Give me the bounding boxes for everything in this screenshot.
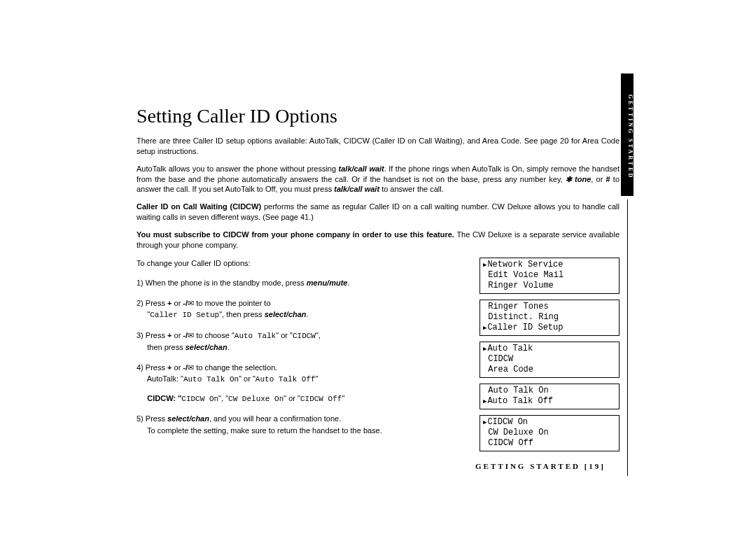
envelope-icon: ✉ [188,362,194,374]
lcd-row: Area Code [483,365,616,375]
talk-call-wait: talk/call wait [334,185,379,193]
text: " or " [239,374,255,383]
lcd-box-3: Auto Talk CIDCW Area Code [479,342,620,378]
lcd-row: CIDCW On [483,417,616,428]
lcd-box-4: Auto Talk OnAuto Talk Off [479,384,620,409]
minus-key: -/ [183,363,188,372]
step-2: 2) Press + or -/✉ to move the pointer to… [136,297,465,321]
cidcw-paragraph: Caller ID on Call Waiting (CIDCW) perfor… [136,202,620,223]
lcd-cidcw-off: CIDCW Off [300,395,342,403]
side-tab: GETTING STARTED [621,73,634,196]
text: ", then press [219,310,264,318]
lcd-row: Caller ID Setup [483,323,616,333]
lcd-stack: Network Service Edit Voice Mail Ringer V… [479,258,620,457]
select-chan-button: select/chan [265,310,307,318]
text: ", [316,331,321,339]
text: 1) When the phone is in the standby mode… [136,279,307,287]
lcd-row: Auto Talk Off [483,396,616,407]
page-title: Setting Caller ID Options [136,105,620,127]
lcd-row: CIDCW Off [483,438,616,449]
autotalk-paragraph: AutoTalk allows you to answer the phone … [136,164,620,195]
text: or [172,299,183,307]
text: 3) Press [136,331,167,339]
lcd-cwdeluxe-on: CW Deluxe On [228,395,284,403]
text: , and you will hear a confirmation tone. [209,414,341,423]
text: or [172,331,183,339]
minus-key: -/ [183,331,188,339]
text: " or " [284,394,300,402]
lcd-row: Edit Voice Mail [483,270,616,281]
lcd-box-2: Ringer Tones Distinct. RingCaller ID Set… [479,300,620,336]
menu-mute-button: menu/mute [307,279,348,287]
page-footer: GETTING STARTED [19] [475,462,606,470]
step-4: 4) Press + or -/✉ to change the selectio… [136,362,465,405]
intro-paragraph: There are three Caller ID setup options … [136,136,620,157]
lcd-row: Distinct. Ring [483,312,616,323]
text: 2) Press [136,299,167,307]
text: To complete the setting, make sure to re… [147,426,382,435]
lcd-row: Network Service [483,260,616,270]
lcd-caller-id-setup: Caller ID Setup [150,311,219,319]
minus-key: -/ [183,299,188,307]
steps-column: To change your Caller ID options: 1) Whe… [136,258,465,445]
lcd-auto-talk: Auto Talk [234,332,276,340]
lcd-row: Auto Talk On [483,386,616,396]
step-3: 3) Press + or -/✉ to choose "Auto Talk" … [136,330,465,353]
lcd-row: Ringer Tones [483,302,616,312]
subscribe-paragraph: You must subscribe to CIDCW from your ph… [136,230,620,251]
text: or [172,363,183,372]
step-1: 1) When the phone is in the standby mode… [136,277,465,289]
side-rule [627,199,628,476]
lcd-auto-talk-off: Auto Talk Off [255,375,316,384]
envelope-icon: ✉ [188,297,194,309]
talk-call-wait: talk/call wait [339,164,384,173]
step-5: 5) Press select/chan, and you will hear … [136,413,465,436]
text: " or " [276,331,293,339]
subscribe-bold: You must subscribe to CIDCW from your ph… [136,230,454,239]
text: " [342,394,344,402]
text: to change the selection. [194,363,277,372]
lcd-cidcw-on: CIDCW On [181,395,218,403]
lcd-row: CIDCW [483,354,616,365]
steps-lead: To change your Caller ID options: [136,258,465,269]
lcd-row: Auto Talk [483,344,616,354]
text: then press [147,343,185,351]
cidcw-label: Caller ID on Call Waiting (CIDCW) [136,202,261,211]
text: CIDCW: " [147,394,181,402]
page: Setting Caller ID Options There are thre… [136,105,620,457]
text: , or [591,175,606,183]
star-tone: ✱ tone [566,175,591,183]
lcd-auto-talk-on: Auto Talk On [183,375,239,384]
text: AutoTalk allows you to answer the phone … [136,164,339,173]
select-chan-button: select/chan [186,343,227,351]
text: 5) Press [136,414,167,423]
lcd-cidcw: CIDCW [293,332,316,340]
text: 4) Press [136,363,167,372]
lcd-box-5: CIDCW On CW Deluxe On CIDCW Off [479,415,620,451]
envelope-icon: ✉ [188,330,194,342]
text: ", " [218,394,228,402]
text: to answer the call. [379,185,444,193]
lcd-row: Ringer Volume [483,281,616,291]
lcd-row: CW Deluxe On [483,428,616,438]
text: to choose " [194,331,234,339]
select-chan-button: select/chan [167,414,209,423]
text: . [347,279,349,287]
lcd-box-1: Network Service Edit Voice Mail Ringer V… [479,258,620,294]
text: AutoTalk: " [147,374,183,383]
text: to move the pointer to [194,299,270,307]
text: " [316,374,318,383]
